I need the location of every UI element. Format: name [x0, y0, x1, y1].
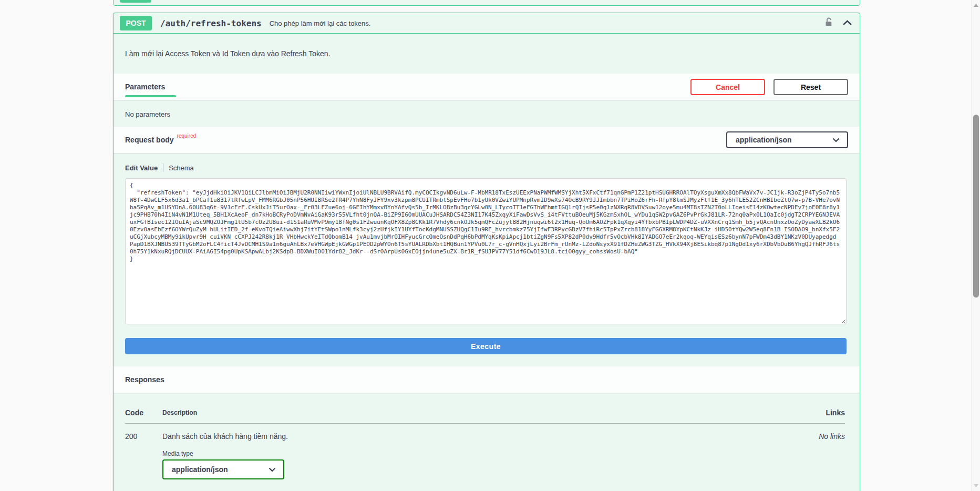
- response-description: Danh sách của khách hàng tiềm năng.: [162, 432, 798, 441]
- media-type-block: Media type application/json: [162, 450, 798, 479]
- request-body-textarea[interactable]: { "refreshToken": "eyJjdHkiOiJKV1QiLCJlb…: [125, 178, 847, 324]
- previous-method-badge: [120, 0, 151, 3]
- chevron-down-icon: [269, 467, 276, 472]
- vertical-scrollbar[interactable]: [971, 0, 980, 491]
- endpoint-path[interactable]: /auth/refresh-tokens: [160, 18, 262, 28]
- auth-unlock-button[interactable]: [823, 16, 834, 30]
- execute-button[interactable]: Execute: [125, 338, 847, 354]
- response-code: 200: [125, 424, 162, 480]
- responses-table-header-row: Code Description Links: [125, 408, 845, 424]
- unlock-icon: [824, 17, 833, 29]
- required-badge: required: [177, 133, 197, 139]
- opblock-post-refresh-tokens: POST /auth/refresh-tokens Cho phép làm m…: [113, 13, 860, 491]
- responses-title: Responses: [125, 375, 164, 384]
- tab-parameters: Parameters: [125, 74, 165, 100]
- column-header-description: Description: [162, 408, 798, 424]
- endpoint-summary: Cho phép làm mới lại các tokens.: [270, 19, 823, 27]
- column-header-code: Code: [125, 408, 162, 424]
- request-content-type-value: application/json: [736, 136, 792, 144]
- no-parameters-message: No parameters: [114, 100, 860, 127]
- execute-wrapper: Execute: [114, 326, 860, 366]
- responses-table-wrapper: Code Description Links 200 Danh sách của…: [114, 393, 860, 485]
- opblock-summary[interactable]: POST /auth/refresh-tokens Cho phép làm m…: [114, 13, 860, 34]
- column-header-links: Links: [798, 408, 845, 424]
- request-body-section-header: Request bodyrequired application/json: [114, 127, 860, 153]
- collapse-button[interactable]: [841, 18, 853, 28]
- chevron-up-icon: [842, 19, 852, 27]
- cancel-button[interactable]: Cancel: [690, 79, 765, 95]
- swagger-page: { "endpoint": { "method": "POST", "path"…: [0, 0, 980, 491]
- scroll-up-arrow[interactable]: [972, 1, 980, 9]
- previous-endpoint-border: [113, 0, 860, 6]
- endpoint-description: Làm mới lại Access Token và Id Token dựa…: [114, 34, 860, 74]
- reset-button[interactable]: Reset: [773, 79, 848, 95]
- request-content-type-select[interactable]: application/json: [726, 131, 848, 148]
- body-editor-tabs: Edit Value Schema: [114, 153, 860, 172]
- response-description-cell: Danh sách của khách hàng tiềm năng. Medi…: [162, 424, 798, 480]
- scrollbar-thumb[interactable]: [973, 115, 979, 298]
- response-media-type-select[interactable]: application/json: [162, 459, 284, 479]
- api-content-column: POST /auth/refresh-tokens Cho phép làm m…: [113, 0, 860, 491]
- tab-divider: [163, 163, 163, 172]
- tab-schema[interactable]: Schema: [169, 164, 194, 172]
- summary-icons: [823, 16, 853, 30]
- response-links: No links: [798, 424, 845, 480]
- responses-table: Code Description Links 200 Danh sách của…: [125, 408, 845, 479]
- response-media-type-value: application/json: [172, 465, 228, 474]
- body-editor: { "refreshToken": "eyJjdHkiOiJKV1QiLCJlb…: [114, 172, 860, 326]
- request-body-title-wrap: Request bodyrequired: [125, 135, 196, 145]
- scroll-down-arrow[interactable]: [972, 482, 980, 490]
- tab-edit-value[interactable]: Edit Value: [125, 164, 158, 172]
- response-row-200: 200 Danh sách của khách hàng tiềm năng. …: [125, 424, 845, 480]
- parameters-section-header: Parameters Cancel Reset: [114, 74, 860, 100]
- responses-section-header: Responses: [114, 366, 860, 393]
- chevron-down-icon: [832, 138, 840, 142]
- previous-endpoint-panel[interactable]: [113, 0, 860, 6]
- request-body-title: Request body: [125, 136, 174, 144]
- media-type-label: Media type: [162, 450, 798, 457]
- method-badge: POST: [120, 16, 152, 30]
